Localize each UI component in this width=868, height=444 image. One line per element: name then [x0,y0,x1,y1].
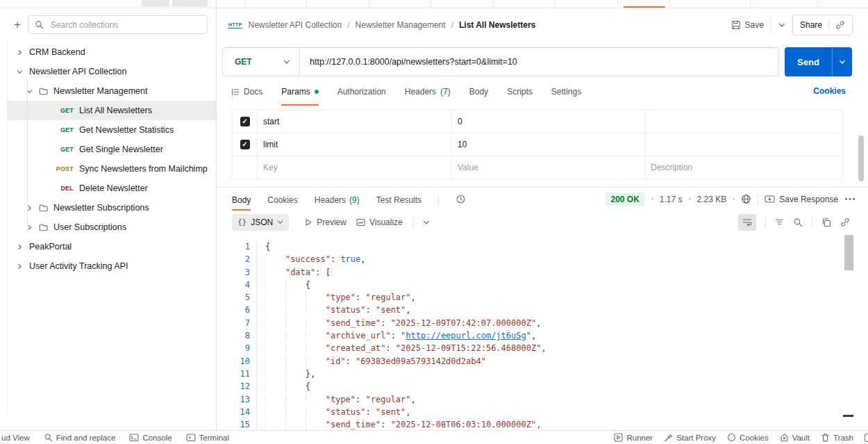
save-options-chevron-icon[interactable] [778,22,785,28]
cropped-button[interactable] [172,0,208,7]
sidebar-item-peakportal[interactable]: PeakPortal [7,237,216,256]
cookies-link[interactable]: Cookies [813,86,846,96]
param-description[interactable] [645,110,844,133]
sidebar-item-crm-backend[interactable]: CRM Backend [7,42,216,62]
cloud-view-item-cropped[interactable]: ud View [1,434,30,442]
runner-button[interactable]: Runner [614,433,653,442]
response-tab-headers[interactable]: Headers(9) [315,188,360,211]
cropped-statusbar-icon[interactable] [865,434,868,442]
response-tab-cookies[interactable]: Cookies [267,188,297,211]
method-selector[interactable]: GET [223,57,299,67]
sidebar-item-user-subscriptions[interactable]: User Subscriptions [7,217,216,237]
terminal-button[interactable]: Terminal [186,433,229,442]
chevron-right-icon[interactable] [17,49,24,56]
cropped-button[interactable] [142,0,169,7]
wrap-text-button[interactable] [738,214,756,231]
cookies-button[interactable]: Cookies [727,433,769,442]
search-response-icon[interactable] [793,217,803,227]
sidebar-item-newsletter-subscriptions[interactable]: Newsletter Subscriptions [7,198,216,217]
param-value[interactable]: 10 [452,133,645,156]
more-views-chevron-icon[interactable] [423,219,430,226]
tab-params[interactable]: Params [281,76,318,106]
send-options-chevron-icon[interactable] [832,47,852,76]
search-input[interactable] [49,19,201,31]
preview-button[interactable]: Preview [304,217,347,227]
sidebar-item-get-single-newsletter[interactable]: GETGet Single Newsletter [7,140,216,159]
tab-docs[interactable]: Docs [231,76,262,106]
runner-icon [614,433,623,442]
send-button[interactable]: Send [785,47,852,76]
sidebar-item-newsletter-api-collection[interactable]: Newsletter API Collection [7,62,216,81]
response-size[interactable]: 2.23 KB [697,195,727,204]
trash-button[interactable]: Trash [821,433,853,442]
param-description-placeholder[interactable]: Description [645,156,844,179]
chevron-right-icon[interactable] [17,263,24,270]
save-response-button[interactable]: Save Response [765,195,838,204]
response-tab-test-results[interactable]: Test Results [376,188,422,211]
response-code[interactable]: 1{2 "success": true,3 "data": [4 {5 "typ… [217,233,868,430]
breadcrumb-collection[interactable]: Newsletter API Collection [248,20,342,30]
tab-settings[interactable]: Settings [551,76,581,106]
method-badge: GET [51,107,74,114]
code-line: 2 "success": true, [217,253,868,265]
param-key[interactable]: limit [258,133,452,156]
param-checkbox[interactable]: ✓ [240,140,250,149]
response-scrollbar[interactable] [844,235,853,270]
code-line: 15 "send_time": "2025-12-08T06:03:10.000… [217,418,868,430]
sidebar-item-list-all-newsletters[interactable]: GETList All Newsletters [7,101,216,120]
tab-scripts[interactable]: Scripts [507,76,533,106]
param-value-placeholder[interactable]: Value [452,156,645,179]
code-link[interactable]: http://eepurl.com/jt6uSg [406,331,526,340]
sidebar-item-delete-newsletter[interactable]: DELDelete Newsletter [7,179,216,198]
start-proxy-button[interactable]: Start Proxy [664,433,716,442]
sidebar-item-user-activity-tracking-api[interactable]: User Activity Tracking API [7,256,216,276]
params-scrollbar[interactable] [858,135,864,181]
request-tabs: Docs Params Authorization Headers (7) Bo… [217,76,868,106]
param-key-placeholder[interactable]: Key [258,156,452,179]
vault-button[interactable]: Vault [780,433,810,442]
param-description[interactable] [645,133,844,156]
param-row-placeholder: Key Value Description [233,156,844,179]
link-icon[interactable] [840,217,850,227]
copy-icon[interactable] [821,217,831,227]
sidebar-item-newsletter-management[interactable]: Newsletter Management [7,81,216,101]
scroll-end-indicator [843,415,853,417]
sidebar-item-label: Newsletter Subscriptions [53,203,149,213]
sidebar-item-get-newsletter-statistics[interactable]: GETGet Newsletter Statistics [7,120,216,140]
sidebar-item-label: PeakPortal [29,242,72,252]
chevron-right-icon[interactable] [17,244,24,250]
collections-search[interactable] [28,15,208,34]
tab-body[interactable]: Body [469,76,488,106]
response-time[interactable]: 1.17 s [660,195,683,204]
find-and-replace-button[interactable]: Find and replace [44,433,116,442]
url-input[interactable] [300,57,778,67]
param-checkbox[interactable]: ✓ [240,117,250,126]
share-button[interactable]: Share [792,15,853,35]
status-badge[interactable]: 200 OK [606,192,645,206]
response-tab-body[interactable]: Body [232,188,251,211]
folder-icon [39,204,48,212]
line-number: 4 [231,279,250,291]
sidebar-item-sync-newsletters-from-mailchimp[interactable]: POSTSync Newsletters from Mailchimp [7,159,216,179]
filter-icon[interactable] [775,217,784,227]
visualize-button[interactable]: Visualize [356,217,403,227]
console-button[interactable]: Console [129,433,172,442]
sidebar-item-label: Get Newsletter Statistics [79,125,174,135]
more-actions-icon[interactable] [844,197,856,201]
param-value[interactable]: 0 [452,110,645,133]
copy-link-icon[interactable] [835,20,845,30]
network-globe-icon[interactable] [741,194,751,204]
param-key[interactable]: start [258,110,452,133]
history-icon[interactable] [456,194,466,204]
tab-authorization[interactable]: Authorization [337,76,386,106]
tab-headers[interactable]: Headers (7) [405,76,451,106]
docs-icon [231,88,240,96]
format-selector[interactable]: {} JSON [232,214,289,231]
http-request-icon: HTTP [228,22,242,28]
new-collection-button[interactable]: + [14,19,21,31]
sidebar-item-label: Get Single Newsletter [79,145,163,154]
breadcrumb-folder[interactable]: Newsletter Management [356,20,446,30]
chevron-down-icon[interactable] [17,69,24,75]
sidebar-item-label: User Subscriptions [53,222,126,232]
save-button[interactable]: Save [731,20,764,30]
